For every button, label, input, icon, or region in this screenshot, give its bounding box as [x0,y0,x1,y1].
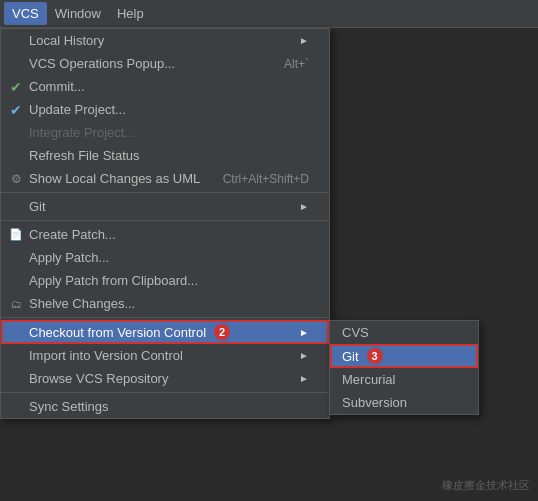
submenu-git[interactable]: Git 3 [330,344,478,368]
menu-sync-settings[interactable]: Sync Settings [1,395,329,418]
menu-apply-patch[interactable]: Apply Patch... [1,246,329,269]
menu-update-project[interactable]: ✔ Update Project... [1,98,329,121]
separator-4 [1,392,329,393]
import-arrow-icon: ► [279,350,309,361]
git-arrow-icon: ► [279,201,309,212]
menu-shelve-changes[interactable]: 🗂 Shelve Changes... [1,292,329,315]
menu-create-patch[interactable]: 📄 Create Patch... [1,223,329,246]
menu-checkout-vcs[interactable]: Checkout from Version Control 2 ► CVS Gi… [1,320,329,344]
submenu-subversion[interactable]: Subversion [330,391,478,414]
shelve-icon: 🗂 [7,298,25,310]
show-changes-icon: ⚙ [7,172,25,186]
menu-integrate-project: Integrate Project... [1,121,329,144]
checkout-arrow-icon: ► [279,327,309,338]
menu-browse-vcs[interactable]: Browse VCS Repository ► [1,367,329,390]
submenu-cvs[interactable]: CVS [330,321,478,344]
menu-git[interactable]: Git ► [1,195,329,218]
separator-2 [1,220,329,221]
vcs-dropdown: Local History ► VCS Operations Popup... … [0,28,330,419]
checkout-badge: 2 [214,324,230,340]
menu-show-local-changes[interactable]: ⚙ Show Local Changes as UML Ctrl+Alt+Shi… [1,167,329,190]
menu-vcs-operations[interactable]: VCS Operations Popup... Alt+` [1,52,329,75]
browse-arrow-icon: ► [279,373,309,384]
menu-apply-patch-clipboard[interactable]: Apply Patch from Clipboard... [1,269,329,292]
menu-item-vcs[interactable]: VCS [4,2,47,25]
separator-3 [1,317,329,318]
arrow-icon: ► [279,35,309,46]
checkout-submenu: CVS Git 3 Mercurial Subversion [329,320,479,415]
menu-local-history[interactable]: Local History ► [1,29,329,52]
menu-commit[interactable]: ✔ Commit... [1,75,329,98]
submenu-mercurial[interactable]: Mercurial [330,368,478,391]
vcs-ops-shortcut: Alt+` [264,57,309,71]
show-changes-shortcut: Ctrl+Alt+Shift+D [203,172,309,186]
menu-import-vcs[interactable]: Import into Version Control ► [1,344,329,367]
watermark: 橡皮擦金技术社区 [442,478,530,493]
separator-1 [1,192,329,193]
create-patch-icon: 📄 [7,228,25,241]
update-icon: ✔ [7,102,25,118]
menu-item-help[interactable]: Help [109,2,152,25]
menu-bar: VCS Window Help [0,0,538,28]
menu-item-window[interactable]: Window [47,2,109,25]
git-badge: 3 [367,348,383,364]
commit-icon: ✔ [7,79,25,95]
menu-refresh-file-status[interactable]: Refresh File Status [1,144,329,167]
